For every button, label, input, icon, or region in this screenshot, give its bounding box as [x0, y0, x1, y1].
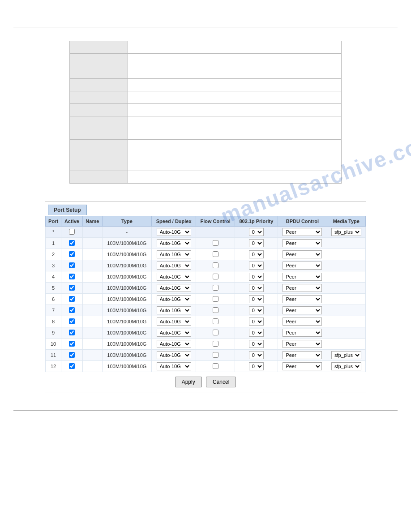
media-cell[interactable]: sfp_pluscopper [327, 350, 365, 361]
bpdu-select[interactable]: PeerFilteringPassthrough [283, 228, 322, 236]
speed-select[interactable]: Auto-10G10M Half10M Full100M Half100M Fu… [157, 228, 191, 236]
priority-select[interactable]: 01234567 [249, 362, 264, 370]
port-speed-cell[interactable]: Auto-10G10M Half10M Full100M Half100M Fu… [151, 294, 196, 305]
port-speed-cell[interactable]: Auto-10G10M Half10M Full100M Half100M Fu… [151, 361, 196, 372]
bpdu-select[interactable]: PeerFilteringPassthrough [283, 273, 322, 281]
speed-select[interactable]: Auto-10G10M Half10M Full100M Half100M Fu… [157, 329, 191, 337]
priority-cell[interactable]: 01234567 [235, 316, 278, 327]
priority-select[interactable]: 01234567 [249, 340, 264, 348]
port-speed-cell[interactable]: Auto-10G10M Half10M Full100M Half100M Fu… [151, 339, 196, 350]
priority-select[interactable]: 01234567 [249, 317, 264, 326]
bpdu-select[interactable]: PeerFilteringPassthrough [283, 362, 322, 370]
port-speed-cell[interactable]: Auto-10G10M Half10M Full100M Half100M Fu… [151, 283, 196, 294]
bpdu-cell[interactable]: PeerFilteringPassthrough [278, 361, 327, 372]
bpdu-cell[interactable]: PeerFilteringPassthrough [278, 327, 327, 339]
flow-control-checkbox[interactable] [213, 262, 218, 268]
flow-control-checkbox[interactable] [213, 285, 218, 291]
bpdu-select[interactable]: PeerFilteringPassthrough [283, 239, 322, 247]
port-active-checkbox[interactable] [69, 262, 75, 268]
port-active-cell[interactable] [61, 271, 83, 283]
port-active-checkbox[interactable] [69, 330, 75, 335]
port-speed-cell[interactable]: Auto-10G10M Half10M Full100M Half100M Fu… [151, 316, 196, 327]
port-active-checkbox[interactable] [69, 240, 75, 246]
bpdu-select[interactable]: PeerFilteringPassthrough [283, 284, 322, 292]
port-active-checkbox[interactable] [69, 341, 75, 347]
flow-control-checkbox[interactable] [213, 251, 218, 257]
port-active-cell[interactable] [61, 305, 83, 316]
port-active-cell[interactable] [61, 249, 83, 260]
flow-control-checkbox[interactable] [213, 363, 218, 369]
port-active-cell[interactable] [61, 327, 83, 339]
bpdu-cell[interactable]: PeerFilteringPassthrough [278, 227, 327, 238]
flow-control-cell[interactable] [196, 305, 235, 316]
bpdu-cell[interactable]: PeerFilteringPassthrough [278, 260, 327, 271]
priority-select[interactable]: 01234567 [249, 273, 264, 281]
port-speed-cell[interactable]: Auto-10G10M Half10M Full100M Half100M Fu… [151, 238, 196, 249]
bpdu-select[interactable]: PeerFilteringPassthrough [283, 306, 322, 314]
priority-select[interactable]: 01234567 [249, 329, 264, 337]
media-select[interactable]: sfp_pluscopper [331, 351, 361, 359]
media-select[interactable]: sfp_pluscopper [331, 228, 361, 236]
media-cell[interactable]: sfp_pluscopper [327, 227, 365, 238]
port-active-cell[interactable] [61, 227, 83, 238]
flow-control-checkbox[interactable] [213, 352, 218, 358]
bpdu-cell[interactable]: PeerFilteringPassthrough [278, 271, 327, 283]
port-speed-cell[interactable]: Auto-10G10M Half10M Full100M Half100M Fu… [151, 305, 196, 316]
port-active-cell[interactable] [61, 294, 83, 305]
priority-select[interactable]: 01234567 [249, 295, 264, 303]
flow-control-cell[interactable] [196, 283, 235, 294]
flow-control-cell[interactable] [196, 327, 235, 339]
port-active-cell[interactable] [61, 339, 83, 350]
speed-select[interactable]: Auto-10G10M Half10M Full100M Half100M Fu… [157, 284, 191, 292]
flow-control-checkbox[interactable] [213, 274, 218, 279]
flow-control-checkbox[interactable] [213, 341, 218, 347]
priority-cell[interactable]: 01234567 [235, 350, 278, 361]
priority-cell[interactable]: 01234567 [235, 327, 278, 339]
port-speed-cell[interactable]: Auto-10G10M Half10M Full100M Half100M Fu… [151, 260, 196, 271]
cancel-button[interactable]: Cancel [206, 377, 236, 387]
flow-control-cell[interactable] [196, 294, 235, 305]
flow-control-cell[interactable] [196, 361, 235, 372]
port-active-cell[interactable] [61, 283, 83, 294]
flow-control-cell[interactable] [196, 339, 235, 350]
port-active-checkbox[interactable] [69, 251, 75, 257]
priority-cell[interactable]: 01234567 [235, 339, 278, 350]
flow-control-checkbox[interactable] [213, 296, 218, 302]
port-active-checkbox[interactable] [69, 352, 75, 358]
flow-control-cell[interactable] [196, 316, 235, 327]
speed-select[interactable]: Auto-10G10M Half10M Full100M Half100M Fu… [157, 317, 191, 326]
flow-control-checkbox[interactable] [213, 307, 218, 313]
priority-cell[interactable]: 01234567 [235, 294, 278, 305]
port-active-cell[interactable] [61, 260, 83, 271]
flow-control-cell[interactable] [196, 350, 235, 361]
port-active-checkbox[interactable] [69, 307, 75, 313]
priority-select[interactable]: 01234567 [249, 262, 264, 270]
speed-select[interactable]: Auto-10G10M Half10M Full100M Half100M Fu… [157, 340, 191, 348]
speed-select[interactable]: Auto-10G10M Half10M Full100M Half100M Fu… [157, 295, 191, 303]
port-active-cell[interactable] [61, 350, 83, 361]
flow-control-checkbox[interactable] [213, 330, 218, 335]
port-active-checkbox[interactable] [69, 296, 75, 302]
bpdu-cell[interactable]: PeerFilteringPassthrough [278, 305, 327, 316]
bpdu-select[interactable]: PeerFilteringPassthrough [283, 262, 322, 270]
speed-select[interactable]: Auto-10G10M Half10M Full100M Half100M Fu… [157, 351, 191, 359]
speed-select[interactable]: Auto-10G10M Half10M Full100M Half100M Fu… [157, 239, 191, 247]
bpdu-cell[interactable]: PeerFilteringPassthrough [278, 294, 327, 305]
bpdu-cell[interactable]: PeerFilteringPassthrough [278, 283, 327, 294]
speed-select[interactable]: Auto-10G10M Half10M Full100M Half100M Fu… [157, 262, 191, 270]
port-active-cell[interactable] [61, 238, 83, 249]
priority-cell[interactable]: 01234567 [235, 361, 278, 372]
port-active-cell[interactable] [61, 361, 83, 372]
priority-select[interactable]: 01234567 [249, 351, 264, 359]
priority-cell[interactable]: 01234567 [235, 260, 278, 271]
bpdu-cell[interactable]: PeerFilteringPassthrough [278, 316, 327, 327]
priority-select[interactable]: 01234567 [249, 250, 264, 258]
port-speed-cell[interactable]: Auto-10G10M Half10M Full100M Half100M Fu… [151, 327, 196, 339]
bpdu-select[interactable]: PeerFilteringPassthrough [283, 351, 322, 359]
media-cell[interactable]: sfp_pluscopper [327, 361, 365, 372]
priority-cell[interactable]: 01234567 [235, 271, 278, 283]
priority-cell[interactable]: 01234567 [235, 305, 278, 316]
bpdu-cell[interactable]: PeerFilteringPassthrough [278, 339, 327, 350]
port-speed-cell[interactable]: Auto-10G10M Half10M Full100M Half100M Fu… [151, 227, 196, 238]
bpdu-cell[interactable]: PeerFilteringPassthrough [278, 350, 327, 361]
